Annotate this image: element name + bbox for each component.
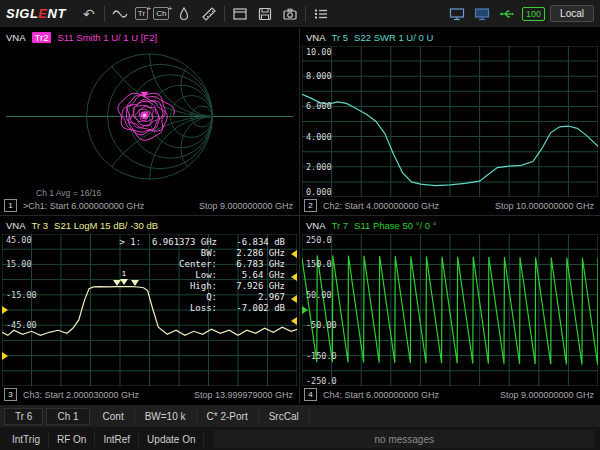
start-frequency: >Ch1: Start 6.000000000 GHz: [23, 201, 144, 211]
marker-edge-arrow: [291, 317, 297, 325]
lan-icon[interactable]: [447, 4, 467, 24]
save-icon[interactable]: [255, 4, 275, 24]
marker-edge-arrow: [291, 273, 297, 281]
panel-ch2-footer: 2 Ch2: Start 4.000000000 GHz Stop 10.000…: [300, 198, 600, 215]
stop-frequency: Stop 13.999979000 GHz: [194, 390, 293, 400]
status-update-state[interactable]: Update On: [139, 432, 204, 447]
q-label: Q:: [119, 292, 217, 302]
trace-title[interactable]: S11 Smith 1 U/ 1 U [F2]: [57, 32, 157, 43]
avg-status: Ch 1 Avg = 16/16: [0, 188, 299, 198]
menu-list-icon[interactable]: [311, 4, 331, 24]
reference-level-arrow: [2, 306, 8, 314]
status-srccal[interactable]: SrcCal: [259, 409, 310, 424]
logmag-chart[interactable]: > 1: 6.961373 GHz-6.834 dB BW:2.286 GHz …: [2, 234, 297, 386]
trace-label-tr7[interactable]: Tr 7: [332, 220, 349, 231]
smith-chart[interactable]: [2, 46, 297, 187]
status-sweep-mode[interactable]: Cont: [93, 409, 135, 424]
trace-waveform-icon[interactable]: [110, 4, 130, 24]
panel-ch3-header: VNA Tr 3 S21 LogM 15 dB/ -30 dB: [0, 216, 299, 233]
panel-ch3-footer: 3 Ch3: Start 2.000030000 GHz Stop 13.999…: [0, 387, 299, 404]
vna-label: VNA: [306, 220, 326, 231]
lxi-icon[interactable]: [472, 4, 492, 24]
high-label: High:: [119, 281, 217, 291]
local-button[interactable]: Local: [550, 5, 594, 22]
status-cal-state[interactable]: C* 2-Port: [197, 409, 259, 424]
trace-label-tr5[interactable]: Tr 5: [332, 32, 349, 43]
swr-chart[interactable]: 10.008.0006.0004.0002.0000.000: [302, 46, 598, 197]
stop-frequency: Stop 9.000000000 GHz: [199, 201, 293, 211]
marker-edge-arrow: [291, 250, 297, 258]
trace-label-tr3[interactable]: Tr 3: [32, 220, 49, 231]
phase-chart[interactable]: 250.0150.050.00-50.00-150.0-250.0: [302, 234, 598, 386]
status-bar-primary: Tr 6 Ch 1 Cont BW=10 k C* 2-Port SrcCal: [0, 404, 600, 427]
window-number-4[interactable]: 4: [304, 388, 317, 401]
panel-ch4: VNA Tr 7 S11 Phase 50 °/ 0 ° 250.0150.05…: [300, 216, 600, 404]
status-rf-state[interactable]: RF On: [49, 432, 95, 447]
marker-line: > 1: 6.961373 GHz: [119, 237, 217, 247]
status-reference-source[interactable]: IntRef: [95, 432, 139, 447]
add-channel-icon[interactable]: Ch+: [153, 7, 169, 20]
status-active-trace[interactable]: Tr 6: [4, 408, 43, 425]
center-label: Center:: [119, 259, 217, 269]
undo-icon[interactable]: ↶: [79, 4, 99, 24]
toolbar-separator: [305, 6, 306, 22]
panel-ch1-header: VNA Tr2 S11 Smith 1 U/ 1 U [F2]: [0, 28, 299, 45]
window-number-1[interactable]: 1: [4, 199, 17, 212]
stop-frequency: Stop 9.000000000 GHz: [500, 390, 594, 400]
trace-title[interactable]: S22 SWR 1 U/ 0 U: [354, 32, 433, 43]
start-frequency: Ch4: Start 6.000000000 GHz: [323, 390, 439, 400]
window-layout-icon[interactable]: [230, 4, 250, 24]
status-bar-secondary: IntTrig RF On IntRef Update On no messag…: [0, 427, 600, 450]
panel-grid: VNA Tr2 S11 Smith 1 U/ 1 U [F2] Ch 1 Avg…: [0, 28, 600, 404]
window-number-2[interactable]: 2: [304, 199, 317, 212]
screenshot-camera-icon[interactable]: [280, 4, 300, 24]
panel-ch1-footer: 1 >Ch1: Start 6.000000000 GHz Stop 9.000…: [0, 198, 299, 215]
panel-ch1: VNA Tr2 S11 Smith 1 U/ 1 U [F2] Ch 1 Avg…: [0, 28, 300, 216]
stop-frequency: Stop 10.000000000 GHz: [495, 201, 594, 211]
usb-icon[interactable]: [497, 4, 517, 24]
window-number-3[interactable]: 3: [4, 388, 17, 401]
panel-ch4-header: VNA Tr 7 S11 Phase 50 °/ 0 °: [300, 216, 600, 233]
battery-indicator: 100: [522, 7, 545, 21]
start-frequency: Ch3: Start 2.000030000 GHz: [23, 390, 139, 400]
add-trace-icon[interactable]: Tr+: [135, 7, 148, 20]
loss-label: Loss:: [119, 303, 217, 313]
panel-ch4-footer: 4 Ch4: Start 6.000000000 GHz Stop 9.0000…: [300, 387, 600, 404]
siglent-logo: SIGLENT: [6, 6, 66, 21]
trace-title[interactable]: S11 Phase 50 °/ 0 °: [354, 220, 436, 231]
toolbar-separator: [224, 6, 225, 22]
marker-edge-arrow: [291, 295, 297, 303]
reference-level-arrow: [2, 352, 8, 360]
touch-droplet-icon[interactable]: [174, 4, 194, 24]
reference-level-arrow: [302, 306, 308, 314]
panel-ch3: VNA Tr 3 S21 LogM 15 dB/ -30 dB > 1: 6.9…: [0, 216, 300, 404]
toolbar-separator: [104, 6, 105, 22]
status-trigger-source[interactable]: IntTrig: [4, 432, 49, 447]
low-label: Low:: [119, 270, 217, 280]
start-frequency: Ch2: Start 4.000000000 GHz: [323, 201, 439, 211]
vna-label: VNA: [306, 32, 326, 43]
panel-ch2: VNA Tr 5 S22 SWR 1 U/ 0 U 10.008.0006.00…: [300, 28, 600, 216]
scale-ruler-icon[interactable]: [199, 4, 219, 24]
bw-label: BW:: [119, 248, 217, 258]
vna-label: VNA: [6, 220, 26, 231]
marker-readout: > 1: 6.961373 GHz-6.834 dB BW:2.286 GHz …: [119, 237, 285, 313]
trace-label-tr2[interactable]: Tr2: [32, 32, 52, 43]
panel-ch2-header: VNA Tr 5 S22 SWR 1 U/ 0 U: [300, 28, 600, 45]
trace-title[interactable]: S21 LogM 15 dB/ -30 dB: [54, 220, 158, 231]
status-if-bandwidth[interactable]: BW=10 k: [135, 409, 197, 424]
message-area: no messages: [214, 430, 594, 448]
vna-label: VNA: [6, 32, 26, 43]
status-active-channel[interactable]: Ch 1: [46, 408, 89, 425]
vna-screen: SIGLENT ↶ Tr+ Ch+: [0, 0, 600, 450]
toolbar: SIGLENT ↶ Tr+ Ch+: [0, 0, 600, 28]
